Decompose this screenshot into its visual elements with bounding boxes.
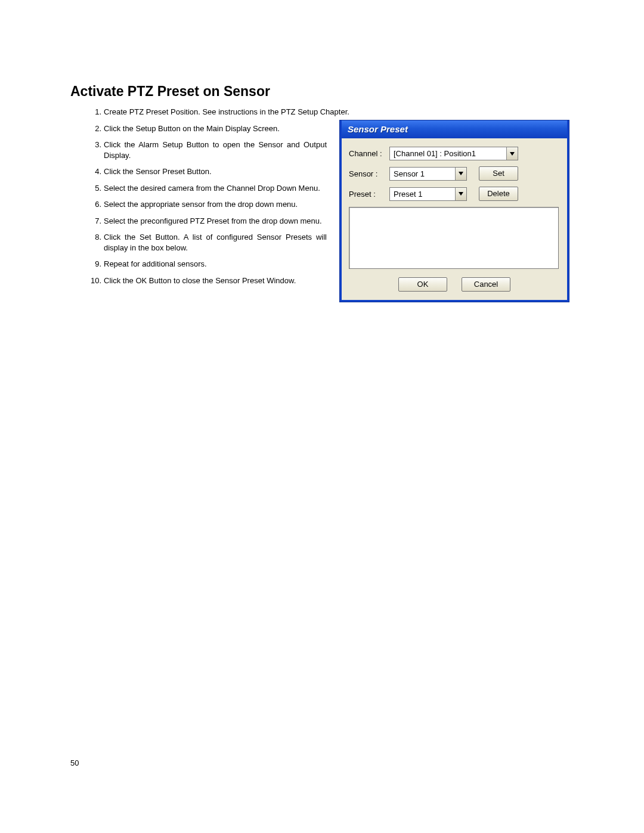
ok-button[interactable]: OK bbox=[398, 277, 447, 292]
sensor-label: Sensor : bbox=[349, 169, 389, 178]
chevron-down-icon[interactable] bbox=[455, 168, 466, 180]
step-item: Repeat for additional sensors. bbox=[88, 259, 327, 270]
svg-marker-1 bbox=[459, 172, 463, 175]
step-item: Click the Alarm Setup Button to open the… bbox=[88, 140, 327, 160]
step-item: Click the Set Button. A list of configur… bbox=[88, 232, 327, 253]
chevron-down-icon[interactable] bbox=[455, 188, 466, 200]
preset-dropdown[interactable]: Preset 1 bbox=[389, 187, 467, 201]
page-number: 50 bbox=[70, 758, 79, 767]
step-item: Click the Setup Button on the Main Displ… bbox=[88, 123, 327, 134]
svg-marker-0 bbox=[510, 152, 515, 156]
channel-value: [Channel 01] : Position1 bbox=[390, 149, 506, 158]
sensor-preset-dialog: Sensor Preset Channel : [Channel 01] : P… bbox=[340, 120, 569, 302]
set-button[interactable]: Set bbox=[479, 166, 518, 181]
steps-list: Create PTZ Preset Position. See instruct… bbox=[70, 107, 327, 286]
step-item: Select the preconfigured PTZ Preset from… bbox=[88, 216, 327, 227]
channel-dropdown[interactable]: [Channel 01] : Position1 bbox=[389, 147, 518, 160]
step-item: Click the OK Button to close the Sensor … bbox=[88, 275, 327, 286]
dialog-titlebar: Sensor Preset bbox=[342, 120, 567, 138]
sensor-value: Sensor 1 bbox=[390, 169, 455, 178]
step-item: Select the desired camera from the Chann… bbox=[88, 183, 327, 194]
step-item: Select the appropriate sensor from the d… bbox=[88, 199, 327, 210]
svg-marker-2 bbox=[459, 192, 463, 196]
chevron-down-icon[interactable] bbox=[506, 147, 518, 160]
step-item: Click the Sensor Preset Button. bbox=[88, 166, 327, 177]
delete-button[interactable]: Delete bbox=[479, 187, 518, 201]
step-item: Create PTZ Preset Position. See instruct… bbox=[88, 107, 414, 117]
preset-label: Preset : bbox=[349, 190, 389, 199]
sensor-dropdown[interactable]: Sensor 1 bbox=[389, 167, 467, 181]
preset-listbox[interactable] bbox=[349, 207, 559, 269]
dialog-title: Sensor Preset bbox=[348, 124, 408, 134]
channel-label: Channel : bbox=[349, 149, 389, 158]
page-title: Activate PTZ Preset on Sensor bbox=[70, 83, 584, 100]
cancel-button[interactable]: Cancel bbox=[462, 277, 510, 292]
preset-value: Preset 1 bbox=[390, 190, 455, 199]
